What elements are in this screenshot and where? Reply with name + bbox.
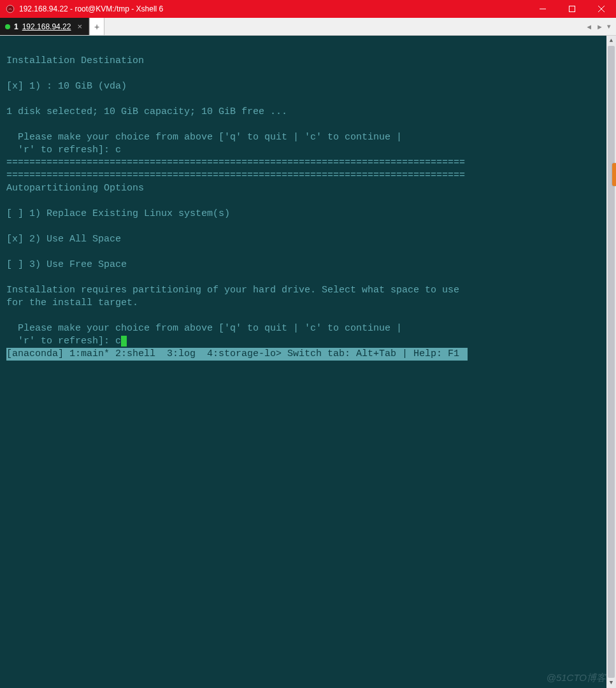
terminal-area[interactable]: Installation Destination [x] 1) : 10 GiB… <box>0 36 616 688</box>
close-button[interactable] <box>587 0 616 18</box>
tab-label: 192.168.94.22 <box>22 22 71 31</box>
scroll-up-icon[interactable]: ▲ <box>606 36 616 46</box>
tab-bar: 1 192.168.94.22 × + ◄ ► ▾ <box>0 18 616 36</box>
cursor-icon <box>121 336 127 347</box>
term-line: for the install target. <box>6 297 138 308</box>
scroll-thumb[interactable] <box>608 46 615 678</box>
term-line: Please make your choice from above ['q' … <box>6 132 402 143</box>
term-line: [ ] 3) Use Free Space <box>6 259 127 270</box>
term-input-line[interactable]: 'r' to refresh]: c <box>6 336 127 347</box>
term-line: ========================================… <box>6 157 465 168</box>
term-line: [x] 2) Use All Space <box>6 234 121 245</box>
term-line: [x] 1) : 10 GiB (vda) <box>6 81 127 92</box>
term-statusline: [anaconda] 1:main* 2:shell 3:log 4:stora… <box>6 348 468 359</box>
tab-nav-right-icon[interactable]: ► <box>595 23 605 31</box>
terminal-output: Installation Destination [x] 1) : 10 GiB… <box>0 36 616 373</box>
sidebar-handle-icon[interactable] <box>612 163 616 186</box>
term-line: Installation Destination <box>6 55 144 66</box>
svg-rect-2 <box>569 6 575 12</box>
term-line: Installation requires partitioning of yo… <box>6 285 459 296</box>
term-line: 1 disk selected; 10 GiB capacity; 10 GiB… <box>6 106 287 117</box>
vertical-scrollbar[interactable]: ▲ ▼ <box>606 36 616 688</box>
scroll-down-icon[interactable]: ▼ <box>606 678 616 688</box>
term-line: [ ] 1) Replace Existing Linux system(s) <box>6 208 230 219</box>
watermark: @51CTO博客 <box>547 672 606 684</box>
maximize-button[interactable] <box>557 0 587 18</box>
term-line: 'r' to refresh]: c <box>6 145 121 155</box>
session-tab[interactable]: 1 192.168.94.22 × <box>0 18 89 35</box>
tab-nav: ◄ ► ▾ <box>584 18 616 35</box>
anaconda-statusbar: [anaconda] 1:main* 2:shell 3:log 4:stora… <box>6 348 468 361</box>
minimize-button[interactable] <box>528 0 557 18</box>
term-line: Please make your choice from above ['q' … <box>6 323 402 334</box>
tab-nav-menu-icon[interactable]: ▾ <box>606 22 612 31</box>
term-input-prefix: 'r' to refresh]: c <box>6 336 121 347</box>
window-title: 192.168.94.22 - root@KVM:/tmp - Xshell 6 <box>19 4 528 13</box>
tab-close-icon[interactable]: × <box>77 22 82 31</box>
new-tab-button[interactable]: + <box>89 18 104 35</box>
tab-nav-left-icon[interactable]: ◄ <box>584 23 594 31</box>
status-dot-icon <box>5 24 10 29</box>
term-line: ========================================… <box>6 170 465 181</box>
app-icon <box>5 4 15 14</box>
title-bar: 192.168.94.22 - root@KVM:/tmp - Xshell 6 <box>0 0 616 18</box>
tab-number: 1 <box>14 22 18 31</box>
term-line: Autopartitioning Options <box>6 183 144 194</box>
window-controls <box>528 0 616 18</box>
